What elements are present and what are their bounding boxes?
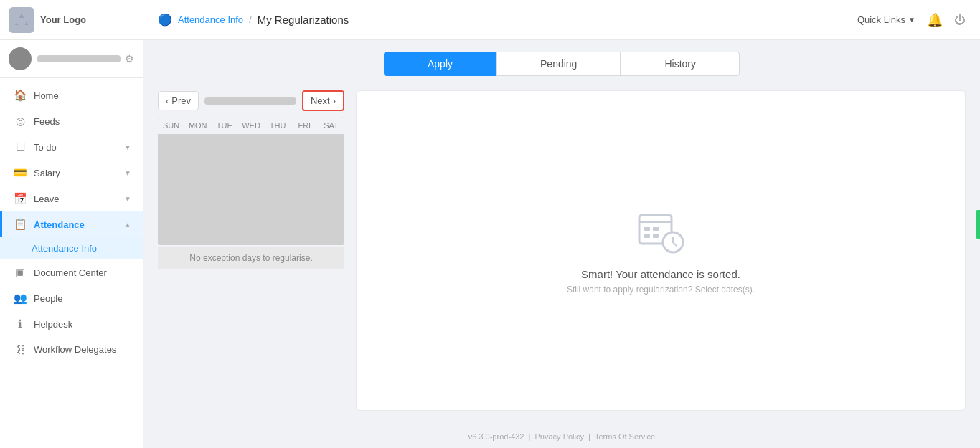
sidebar-logo: Your Logo bbox=[0, 0, 143, 40]
chevron-right-icon: › bbox=[333, 95, 336, 106]
prev-label: Prev bbox=[171, 95, 191, 106]
svg-rect-1 bbox=[17, 18, 26, 25]
feeds-icon: ◎ bbox=[14, 115, 27, 128]
terms-of-service-link[interactable]: Terms Of Service bbox=[595, 432, 655, 441]
sidebar-item-feeds[interactable]: ◎ Feeds bbox=[0, 108, 143, 134]
sidebar-nav: 🏠 Home ◎ Feeds ☐ To do ▼ 💳 Salary ▼ 📅 Le… bbox=[0, 78, 143, 448]
chevron-down-icon: ▼ bbox=[124, 169, 131, 177]
workflow-icon: ⛓ bbox=[14, 343, 27, 356]
sidebar-subitem-attendance-info[interactable]: Attendance Info bbox=[0, 237, 143, 259]
sidebar: Your Logo ⚙ 🏠 Home ◎ Feeds ☐ To do ▼ 💳 S… bbox=[0, 0, 143, 448]
sidebar-user: ⚙ bbox=[0, 40, 143, 78]
sidebar-subitem-label: Attendance Info bbox=[32, 243, 97, 254]
sidebar-item-workflow-delegates[interactable]: ⛓ Workflow Delegates bbox=[0, 337, 143, 362]
sidebar-item-home-label: Home bbox=[34, 90, 59, 101]
gear-icon[interactable]: ⚙ bbox=[125, 53, 134, 65]
calendar-clock-icon bbox=[636, 206, 686, 257]
day-tue: TUE bbox=[211, 120, 237, 131]
chevron-down-icon: ▼ bbox=[908, 16, 915, 24]
calendar-header: SUN MON TUE WED THU FRI SAT bbox=[158, 117, 344, 134]
breadcrumb: 🔵 Attendance Info / My Regularizations bbox=[158, 13, 349, 27]
day-sat: SAT bbox=[318, 120, 344, 131]
sidebar-item-people[interactable]: 👥 People bbox=[0, 285, 143, 311]
sidebar-item-document-label: Document Center bbox=[34, 267, 107, 278]
month-bar bbox=[204, 97, 296, 105]
next-label: Next bbox=[311, 95, 330, 106]
green-side-bar bbox=[976, 210, 980, 239]
page-footer: v6.3.0-prod-432 | Privacy Policy | Terms… bbox=[143, 425, 980, 448]
day-sun: SUN bbox=[158, 120, 184, 131]
prev-button[interactable]: ‹ Prev bbox=[158, 91, 199, 110]
topbar: 🔵 Attendance Info / My Regularizations Q… bbox=[143, 0, 980, 40]
sidebar-item-home[interactable]: 🏠 Home bbox=[0, 82, 143, 108]
no-exception-message: No exception days to regularise. bbox=[158, 247, 344, 269]
calendar-body[interactable] bbox=[158, 134, 344, 245]
day-mon: MON bbox=[184, 120, 211, 131]
sidebar-item-salary-label: Salary bbox=[34, 168, 60, 178]
salary-icon: 💳 bbox=[14, 166, 27, 179]
day-wed: WED bbox=[237, 120, 264, 131]
quick-links-label: Quick Links bbox=[857, 14, 905, 25]
chevron-down-icon: ▼ bbox=[124, 195, 131, 203]
home-icon: 🏠 bbox=[14, 89, 27, 102]
sidebar-item-leave-label: Leave bbox=[34, 194, 59, 204]
leave-icon: 📅 bbox=[14, 192, 27, 205]
topbar-right: Quick Links ▼ 🔔 ⏻ bbox=[857, 12, 966, 28]
breadcrumb-separator: / bbox=[249, 14, 252, 25]
power-icon[interactable]: ⏻ bbox=[954, 14, 966, 27]
sidebar-item-attendance[interactable]: 📋 Attendance ▲ bbox=[0, 211, 143, 237]
document-icon: ▣ bbox=[14, 266, 27, 279]
empty-state-panel: Smart! Your attendance is sorted. Still … bbox=[356, 90, 966, 411]
logo-icon bbox=[9, 7, 34, 33]
helpdesk-icon: ℹ bbox=[14, 318, 27, 330]
sidebar-item-workflow-label: Workflow Delegates bbox=[34, 344, 116, 355]
svg-rect-6 bbox=[644, 234, 650, 238]
day-thu: THU bbox=[265, 120, 291, 131]
tabs-bar: Apply Pending History bbox=[143, 40, 980, 76]
svg-rect-4 bbox=[644, 227, 650, 231]
sidebar-item-document-center[interactable]: ▣ Document Center bbox=[0, 259, 143, 285]
sidebar-item-todo[interactable]: ☐ To do ▼ bbox=[0, 134, 143, 160]
chevron-left-icon: ‹ bbox=[166, 95, 169, 106]
breadcrumb-link[interactable]: Attendance Info bbox=[178, 14, 243, 25]
sidebar-item-salary[interactable]: 💳 Salary ▼ bbox=[0, 160, 143, 186]
sidebar-item-leave[interactable]: 📅 Leave ▼ bbox=[0, 186, 143, 211]
tab-pending[interactable]: Pending bbox=[496, 52, 621, 76]
empty-subtitle: Still want to apply regularization? Sele… bbox=[567, 285, 755, 295]
todo-icon: ☐ bbox=[14, 140, 27, 153]
avatar bbox=[9, 47, 32, 70]
content-body: ‹ Prev Next › SUN MON TUE WED bbox=[143, 76, 980, 425]
svg-rect-7 bbox=[653, 234, 659, 238]
sidebar-item-todo-label: To do bbox=[34, 142, 57, 153]
footer-sep1: | bbox=[529, 432, 531, 441]
bell-icon[interactable]: 🔔 bbox=[927, 12, 943, 28]
sidebar-item-feeds-label: Feeds bbox=[34, 116, 60, 127]
privacy-policy-link[interactable]: Privacy Policy bbox=[535, 432, 584, 441]
calendar-nav: ‹ Prev Next › bbox=[158, 90, 344, 111]
svg-rect-5 bbox=[653, 227, 659, 231]
chevron-down-icon: ▼ bbox=[124, 143, 131, 151]
day-fri: FRI bbox=[291, 120, 318, 131]
next-button[interactable]: Next › bbox=[302, 90, 344, 111]
empty-title: Smart! Your attendance is sorted. bbox=[581, 268, 740, 280]
tab-apply[interactable]: Apply bbox=[384, 52, 496, 76]
sidebar-item-helpdesk-label: Helpdesk bbox=[34, 319, 72, 330]
calendar-panel: ‹ Prev Next › SUN MON TUE WED bbox=[158, 90, 344, 411]
content: Apply Pending History ‹ Prev Next › bbox=[143, 40, 980, 448]
breadcrumb-current: My Regularizations bbox=[258, 14, 349, 26]
sidebar-item-people-label: People bbox=[34, 293, 62, 304]
sidebar-item-helpdesk[interactable]: ℹ Helpdesk bbox=[0, 311, 143, 337]
main-area: 🔵 Attendance Info / My Regularizations Q… bbox=[143, 0, 980, 448]
chevron-up-icon: ▲ bbox=[124, 221, 131, 229]
tab-history[interactable]: History bbox=[621, 52, 740, 76]
sidebar-item-attendance-label: Attendance bbox=[34, 219, 85, 230]
footer-sep2: | bbox=[588, 432, 590, 441]
user-name-bar bbox=[37, 55, 121, 62]
logo-text: Your Logo bbox=[40, 14, 86, 25]
attendance-icon: 📋 bbox=[14, 218, 27, 231]
calendar-grid: SUN MON TUE WED THU FRI SAT bbox=[158, 117, 344, 245]
quick-links-button[interactable]: Quick Links ▼ bbox=[857, 14, 915, 25]
attendance-breadcrumb-icon: 🔵 bbox=[158, 13, 172, 27]
version-text: v6.3.0-prod-432 bbox=[468, 432, 524, 441]
people-icon: 👥 bbox=[14, 292, 27, 305]
